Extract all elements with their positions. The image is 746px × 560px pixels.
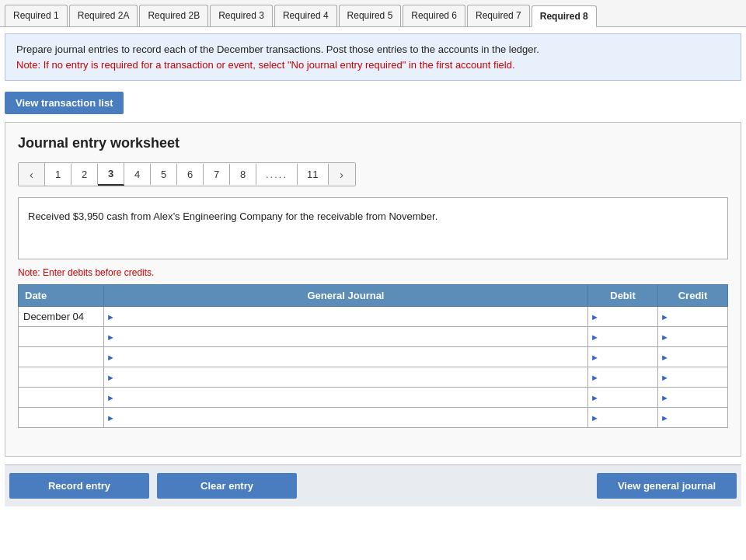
page-1-button[interactable]: 1: [45, 164, 71, 185]
credit-cell-3[interactable]: ►: [658, 347, 728, 367]
tab-required-3[interactable]: Required 3: [210, 5, 273, 26]
tab-required-2b[interactable]: Required 2B: [139, 5, 208, 26]
gj-cell-3[interactable]: ►: [104, 347, 588, 367]
gj-cell-2[interactable]: ►: [104, 327, 588, 347]
page-6-button[interactable]: 6: [177, 164, 204, 185]
debit-arrow-3: ►: [591, 353, 599, 362]
tabs-bar: Required 1 Required 2A Required 2B Requi…: [0, 0, 746, 27]
info-main-text: Prepare journal entries to record each o…: [16, 43, 539, 55]
credit-cell-4[interactable]: ►: [658, 367, 728, 388]
table-row: ► ► ►: [19, 347, 728, 367]
tab-required-8[interactable]: Required 8: [532, 5, 597, 27]
tab-required-2a[interactable]: Required 2A: [69, 5, 138, 26]
tab-required-4[interactable]: Required 4: [274, 5, 337, 26]
debit-arrow-6: ►: [591, 413, 599, 423]
table-row: ► ► ►: [19, 327, 728, 347]
page-7-button[interactable]: 7: [204, 164, 230, 185]
page-2-button[interactable]: 2: [71, 164, 98, 185]
tab-required-6[interactable]: Required 6: [403, 5, 465, 26]
debit-cell-3[interactable]: ►: [588, 347, 658, 367]
pagination: ‹ 1 2 3 4 5 6 7 8 ..... 11 ›: [18, 162, 356, 186]
gj-input-6[interactable]: [104, 408, 587, 427]
tab-required-5[interactable]: Required 5: [339, 5, 402, 26]
info-box: Prepare journal entries to record each o…: [5, 33, 741, 81]
debit-arrow-2: ►: [591, 332, 599, 342]
gj-input-4[interactable]: [104, 367, 587, 387]
tab-required-1[interactable]: Required 1: [5, 5, 68, 26]
credit-arrow-4: ►: [661, 373, 669, 382]
view-transaction-button[interactable]: View transaction list: [5, 92, 124, 114]
next-page-button[interactable]: ›: [329, 163, 355, 186]
gj-arrow-5: ►: [106, 393, 115, 402]
date-cell-1: December 04: [19, 307, 104, 327]
table-row: December 04 ► ► ►: [19, 307, 728, 327]
date-cell-6: [19, 408, 104, 428]
gj-input-3[interactable]: [104, 347, 587, 367]
debit-cell-6[interactable]: ►: [588, 408, 658, 428]
page-dots: .....: [256, 164, 298, 185]
view-general-journal-button[interactable]: View general journal: [597, 473, 737, 499]
table-row: ► ► ►: [19, 408, 728, 428]
page-5-button[interactable]: 5: [151, 164, 177, 185]
debits-note: Note: Enter debits before credits.: [18, 267, 728, 278]
gj-arrow-6: ►: [106, 413, 115, 423]
credit-arrow-1: ►: [661, 312, 669, 322]
gj-cell-5[interactable]: ►: [104, 388, 588, 408]
gj-input-1[interactable]: [104, 307, 587, 326]
credit-cell-2[interactable]: ►: [658, 327, 728, 347]
record-entry-button[interactable]: Record entry: [9, 473, 149, 499]
gj-input-2[interactable]: [104, 327, 587, 346]
credit-cell-6[interactable]: ►: [658, 408, 728, 428]
debit-cell-1[interactable]: ►: [588, 307, 658, 327]
date-cell-4: [19, 367, 104, 388]
journal-table: Date General Journal Debit Credit Decemb…: [18, 284, 728, 428]
table-row: ► ► ►: [19, 388, 728, 408]
debit-cell-2[interactable]: ►: [588, 327, 658, 347]
credit-cell-5[interactable]: ►: [658, 388, 728, 408]
bottom-buttons-bar: Record entry Clear entry View general jo…: [5, 464, 741, 506]
tab-required-7[interactable]: Required 7: [467, 5, 530, 26]
worksheet-title: Journal entry worksheet: [18, 135, 728, 151]
gj-cell-6[interactable]: ►: [104, 408, 588, 428]
col-header-credit: Credit: [658, 285, 728, 307]
debit-arrow-5: ►: [591, 393, 599, 402]
credit-cell-1[interactable]: ►: [658, 307, 728, 327]
page-4-button[interactable]: 4: [124, 164, 151, 185]
gj-cell-4[interactable]: ►: [104, 367, 588, 388]
date-cell-2: [19, 327, 104, 347]
page-8-button[interactable]: 8: [230, 164, 256, 185]
credit-arrow-6: ►: [661, 413, 669, 423]
gj-arrow-1: ►: [106, 312, 115, 322]
credit-arrow-3: ►: [661, 353, 669, 362]
gj-cell-1[interactable]: ►: [104, 307, 588, 327]
gj-arrow-2: ►: [106, 332, 115, 342]
debit-arrow-1: ►: [591, 312, 599, 322]
clear-entry-button[interactable]: Clear entry: [157, 473, 297, 499]
col-header-date: Date: [19, 285, 104, 307]
page-3-button[interactable]: 3: [98, 163, 124, 186]
debit-cell-5[interactable]: ►: [588, 388, 658, 408]
gj-arrow-4: ►: [106, 373, 115, 382]
worksheet-container: Journal entry worksheet ‹ 1 2 3 4 5 6 7 …: [5, 122, 741, 457]
debit-cell-4[interactable]: ►: [588, 367, 658, 388]
credit-arrow-2: ►: [661, 332, 669, 342]
credit-arrow-5: ►: [661, 393, 669, 402]
prev-page-button[interactable]: ‹: [19, 163, 45, 186]
col-header-debit: Debit: [588, 285, 658, 307]
debit-arrow-4: ►: [591, 373, 599, 382]
date-cell-5: [19, 388, 104, 408]
gj-arrow-3: ►: [106, 353, 115, 362]
info-note-text: Note: If no entry is required for a tran…: [16, 59, 515, 71]
col-header-general-journal: General Journal: [104, 285, 588, 307]
gj-input-5[interactable]: [104, 388, 587, 407]
description-box: Received $3,950 cash from Alex’s Enginee…: [18, 197, 728, 259]
page-11-button[interactable]: 11: [298, 164, 328, 185]
date-cell-3: [19, 347, 104, 367]
table-row: ► ► ►: [19, 367, 728, 388]
